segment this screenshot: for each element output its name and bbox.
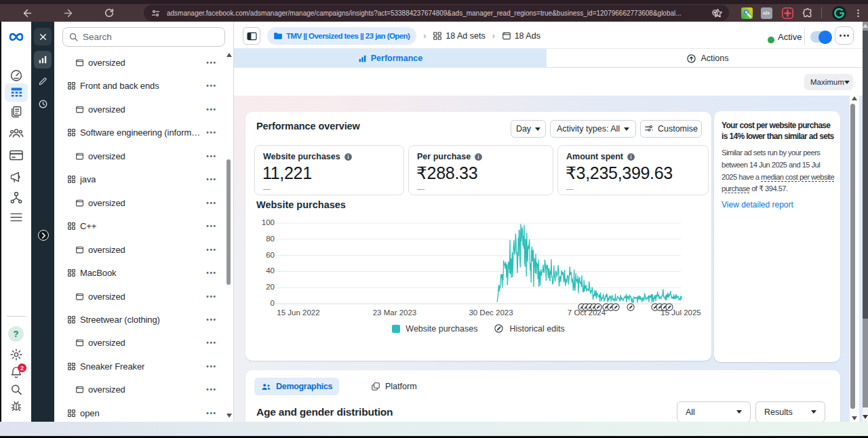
item-more-icon[interactable]: ••• — [205, 129, 218, 136]
help-icon[interactable]: ? — [8, 326, 24, 342]
url-text[interactable]: adsmanager.facebook.com/adsmanager/manag… — [167, 9, 682, 17]
item-more-icon[interactable]: ••• — [205, 222, 218, 230]
more-options-button[interactable] — [835, 26, 854, 45]
site-settings-icon[interactable] — [151, 8, 161, 18]
scroll-up-icon[interactable] — [226, 53, 232, 57]
search-rail-icon[interactable] — [10, 383, 23, 396]
item-more-icon[interactable]: ••• — [205, 293, 218, 300]
item-more-icon[interactable]: ••• — [205, 82, 218, 89]
expand-panel-icon[interactable] — [38, 230, 49, 241]
extension-colorful-icon[interactable] — [738, 4, 755, 22]
campaigns-icon-active[interactable] — [5, 83, 28, 102]
content-scrollbar[interactable] — [850, 95, 859, 422]
adset-page-icon — [75, 58, 84, 67]
adset-list-item[interactable]: oversized••• — [54, 98, 225, 121]
list-item-label: oversized — [88, 151, 125, 161]
historical-edit-mark — [627, 304, 634, 311]
settings-gear-icon[interactable] — [9, 348, 23, 361]
campaign-list-item[interactable]: Streetwear (clothing)••• — [54, 308, 225, 332]
notification-badge: 2 — [18, 363, 26, 372]
campaign-list-item[interactable]: C++••• — [54, 214, 225, 238]
view-detailed-report-link[interactable]: View detailed report — [722, 200, 793, 210]
item-more-icon[interactable]: ••• — [205, 199, 218, 207]
campaign-list-item[interactable]: java••• — [54, 167, 225, 191]
bookmark-star-icon[interactable] — [709, 4, 726, 22]
business-people-icon[interactable] — [9, 191, 24, 205]
item-more-icon[interactable]: ••• — [205, 246, 218, 254]
tab-demographics[interactable]: Demographics — [254, 378, 339, 395]
list-item-label: Software engineering (information t... — [80, 127, 203, 138]
audiences-icon[interactable] — [9, 126, 24, 140]
campaign-list-item[interactable]: Sneaker Freaker••• — [54, 355, 225, 378]
ads-reporting-icon[interactable] — [9, 105, 23, 119]
list-item-label: oversized — [88, 245, 125, 255]
item-more-icon[interactable]: ••• — [205, 106, 218, 113]
legend-label: Website purchases — [406, 324, 477, 334]
browser-scrollbar[interactable] — [863, 22, 868, 422]
campaign-grid-icon — [67, 268, 76, 277]
adset-list-item[interactable]: oversized••• — [54, 238, 225, 262]
campaign-list-item[interactable]: MacBook••• — [54, 261, 225, 285]
x-axis-label: 23 Mar 2023 — [364, 308, 425, 317]
scroll-up-icon[interactable] — [852, 96, 857, 100]
adset-list-item[interactable]: oversized••• — [54, 378, 225, 401]
edit-pencil-icon[interactable] — [34, 73, 52, 90]
campaign-toggle[interactable] — [810, 31, 831, 43]
item-more-icon[interactable]: ••• — [205, 59, 218, 66]
maximum-dropdown[interactable]: Maximum — [804, 74, 853, 90]
scroll-down-icon[interactable] — [226, 414, 232, 418]
metric-dropdown-results[interactable]: Results — [755, 401, 825, 422]
close-icon[interactable] — [34, 28, 52, 45]
item-more-icon[interactable]: ••• — [205, 410, 218, 417]
adset-list-item[interactable]: oversized••• — [54, 285, 225, 308]
chart-legend: Website purchases Historical edits — [245, 323, 711, 334]
billing-icon[interactable] — [9, 149, 24, 161]
item-more-icon[interactable]: ••• — [205, 363, 218, 370]
scroll-down-icon[interactable] — [852, 416, 857, 420]
account-overview-icon[interactable] — [9, 68, 24, 83]
browser-menu-icon[interactable] — [849, 4, 867, 22]
campaign-list-item[interactable]: Front and back ends••• — [54, 74, 225, 98]
item-more-icon[interactable]: ••• — [205, 316, 218, 323]
address-bar[interactable]: adsmanager.facebook.com/adsmanager/manag… — [144, 5, 729, 21]
adset-list-item[interactable]: oversized••• — [54, 331, 225, 355]
history-clock-icon[interactable] — [34, 95, 52, 113]
item-more-icon[interactable]: ••• — [205, 339, 218, 346]
campaign-list-item[interactable]: Software engineering (information t...••… — [54, 121, 225, 144]
item-more-icon[interactable]: ••• — [205, 386, 218, 393]
meta-logo[interactable] — [7, 31, 26, 43]
tab-performance[interactable]: Performance — [234, 49, 547, 68]
scroll-down-icon[interactable] — [863, 415, 868, 419]
report-bug-icon[interactable] — [10, 399, 23, 412]
breadcrumb-adsets[interactable]: 18 Ad sets — [433, 27, 485, 45]
campaign-sidebar: Search oversized•••Front and back ends••… — [54, 22, 234, 422]
back-icon[interactable] — [18, 4, 36, 22]
campaign-list-item[interactable]: open••• — [54, 401, 225, 422]
adset-list-item[interactable]: oversized••• — [54, 144, 225, 168]
adset-list-item[interactable]: oversized••• — [54, 51, 225, 75]
item-more-icon[interactable]: ••• — [205, 269, 218, 277]
collapse-sidebar-button[interactable] — [243, 27, 260, 45]
breadcrumb-campaign[interactable]: TMV || Oversized tees || 23 jan (Open) — [267, 27, 416, 45]
forward-icon[interactable] — [59, 4, 77, 22]
sidebar-scrollbar[interactable] — [226, 50, 232, 420]
reload-icon[interactable] — [100, 4, 118, 22]
item-more-icon[interactable]: ••• — [205, 176, 218, 183]
profile-avatar[interactable] — [830, 4, 848, 22]
tab-actions[interactable]: Actions — [547, 49, 868, 68]
item-more-icon[interactable]: ••• — [205, 153, 218, 160]
extensions-puzzle-icon[interactable] — [799, 4, 816, 22]
scroll-up-icon[interactable] — [863, 24, 868, 28]
y-axis-label: 0 — [253, 299, 275, 307]
active-status-dot — [768, 37, 774, 43]
insights-chart-icon-active[interactable] — [34, 51, 52, 68]
breadcrumb-ads[interactable]: 18 Ads — [502, 27, 540, 45]
advertise-megaphone-icon[interactable] — [9, 170, 24, 184]
tab-platform[interactable]: Platform — [371, 378, 417, 395]
extension-code-icon[interactable]: </> — [757, 4, 775, 22]
search-input[interactable]: Search — [62, 27, 225, 47]
extension-red-icon[interactable] — [778, 4, 796, 22]
adset-list-item[interactable]: oversized••• — [54, 191, 225, 215]
all-tools-icon[interactable] — [10, 212, 23, 222]
breakdown-dropdown-all[interactable]: All — [677, 401, 751, 422]
